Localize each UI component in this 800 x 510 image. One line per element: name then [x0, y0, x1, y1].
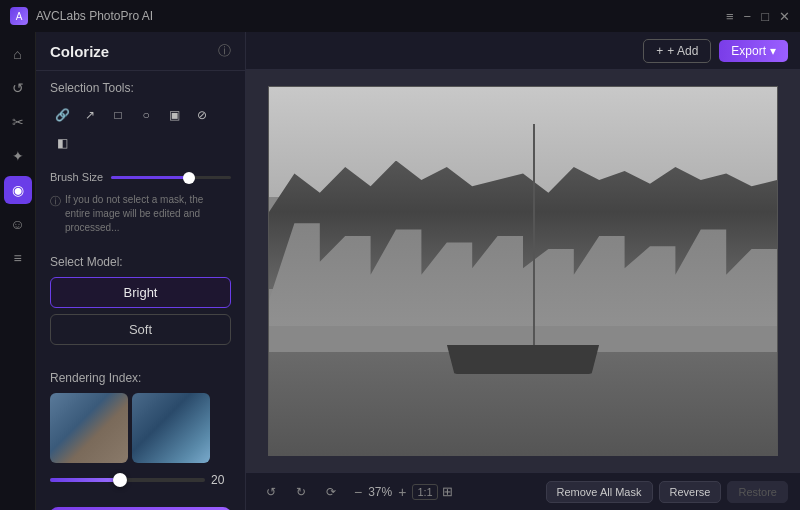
model-label: Select Model: [50, 255, 231, 269]
sidebar-item-sliders[interactable]: ≡ [4, 244, 32, 272]
brush-size-row: Brush Size [36, 165, 245, 189]
restore-button[interactable]: Restore [727, 481, 788, 503]
add-button[interactable]: + + Add [643, 39, 711, 63]
undo-icon[interactable]: ↺ [258, 479, 284, 505]
info-circle-icon: ⓘ [50, 194, 61, 209]
exclude-tool-icon[interactable]: ⊘ [190, 103, 214, 127]
brush-size-label: Brush Size [50, 171, 103, 183]
export-chevron-icon: ▾ [770, 44, 776, 58]
close-button[interactable]: ✕ [779, 9, 790, 24]
canvas-image [268, 86, 778, 456]
selection-tools-row: 🔗 ↗ □ ○ ▣ ⊘ ◧ [50, 103, 231, 155]
brush-info-text: If you do not select a mask, the entire … [65, 193, 231, 235]
mast-layer [533, 124, 535, 363]
selection-tools-label: Selection Tools: [50, 81, 231, 95]
window-controls: ≡ − □ ✕ [726, 9, 790, 24]
zoom-percent-label: 37% [368, 485, 392, 499]
zoom-out-button[interactable]: − [352, 484, 364, 500]
rendering-preview-left [50, 393, 128, 463]
app-title: AVCLabs PhotoPro AI [36, 9, 726, 23]
rendering-index-slider[interactable] [50, 478, 205, 482]
remove-mask-button[interactable]: Remove All Mask [546, 481, 653, 503]
control-panel: Colorize ⓘ Selection Tools: 🔗 ↗ □ ○ ▣ ⊘ … [36, 32, 246, 510]
reverse-button[interactable]: Reverse [659, 481, 722, 503]
titlebar: A AVCLabs PhotoPro AI ≡ − □ ✕ [0, 0, 800, 32]
redo-right-icon[interactable]: ⟳ [318, 479, 344, 505]
rendering-label: Rendering Index: [50, 371, 231, 385]
image-tool-icon[interactable]: ▣ [162, 103, 186, 127]
canvas-image-area[interactable] [246, 70, 800, 472]
model-bright-button[interactable]: Bright [50, 277, 231, 308]
zoom-controls: − 37% + 1:1 ⊞ [352, 484, 453, 500]
sidebar-item-rotate[interactable]: ↺ [4, 74, 32, 102]
minimize-button[interactable]: − [744, 9, 752, 24]
maximize-button[interactable]: □ [761, 9, 769, 24]
panel-title: Colorize [50, 43, 218, 60]
circle-tool-icon[interactable]: ○ [134, 103, 158, 127]
fit-button[interactable]: ⊞ [442, 484, 453, 499]
rendering-previews [50, 393, 231, 463]
rendering-slider-row: 20 [50, 473, 231, 487]
info-icon[interactable]: ⓘ [218, 42, 231, 60]
icon-sidebar: ⌂ ↺ ✂ ✦ ◉ ☺ ≡ [0, 32, 36, 510]
sidebar-item-face[interactable]: ☺ [4, 210, 32, 238]
shape-tool-icon[interactable]: ◧ [50, 131, 74, 155]
canvas-area: + + Add Export ▾ ↺ [246, 32, 800, 510]
bottom-right-controls: Remove All Mask Reverse Restore [546, 481, 788, 503]
brush-info-row: ⓘ If you do not select a mask, the entir… [36, 189, 245, 243]
sidebar-item-home[interactable]: ⌂ [4, 40, 32, 68]
redo-left-icon[interactable]: ↻ [288, 479, 314, 505]
one-to-one-button[interactable]: 1:1 [412, 484, 437, 500]
plus-icon: + [656, 44, 663, 58]
top-toolbar: + + Add Export ▾ [246, 32, 800, 70]
brush-size-slider[interactable] [111, 176, 231, 179]
app-logo: A [10, 7, 28, 25]
link-icon[interactable]: 🔗 [50, 103, 74, 127]
sidebar-item-colorize[interactable]: ◉ [4, 176, 32, 204]
rendering-preview-right [132, 393, 210, 463]
sidebar-item-star[interactable]: ✦ [4, 142, 32, 170]
main-layout: ⌂ ↺ ✂ ✦ ◉ ☺ ≡ Colorize ⓘ Selection Tools… [0, 32, 800, 510]
selection-tools-section: Selection Tools: 🔗 ↗ □ ○ ▣ ⊘ ◧ [36, 71, 245, 165]
bottom-left-controls: ↺ ↻ ⟳ − 37% + 1:1 ⊞ [258, 479, 544, 505]
zoom-in-button[interactable]: + [396, 484, 408, 500]
panel-header: Colorize ⓘ [36, 32, 245, 71]
export-button[interactable]: Export ▾ [719, 40, 788, 62]
boat-layer [447, 345, 599, 374]
rendering-value: 20 [211, 473, 231, 487]
model-soft-button[interactable]: Soft [50, 314, 231, 345]
rect-tool-icon[interactable]: □ [106, 103, 130, 127]
sidebar-item-crop[interactable]: ✂ [4, 108, 32, 136]
apply-section: Apply [36, 495, 245, 510]
rendering-section: Rendering Index: 20 [36, 363, 245, 495]
model-section: Select Model: Bright Soft [36, 247, 245, 359]
bottom-bar: ↺ ↻ ⟳ − 37% + 1:1 ⊞ Remove All Mask Reve… [246, 472, 800, 510]
arrow-tool-icon[interactable]: ↗ [78, 103, 102, 127]
menu-icon[interactable]: ≡ [726, 9, 734, 24]
